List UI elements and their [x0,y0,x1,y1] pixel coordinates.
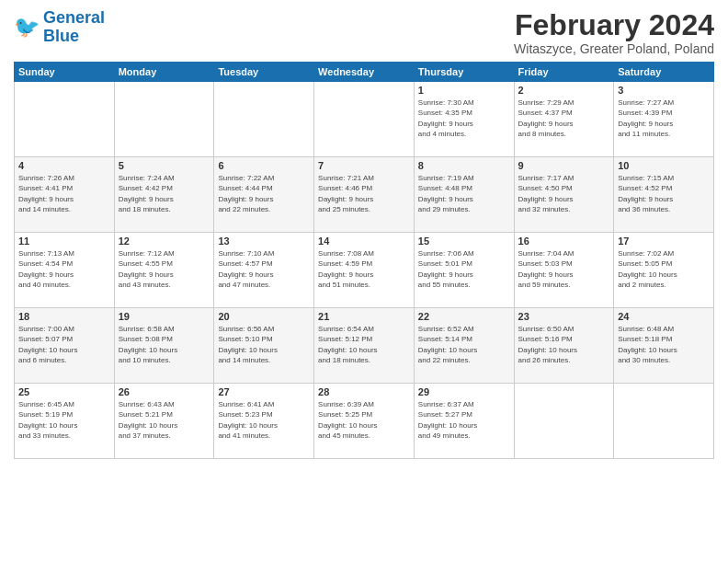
day-info: Sunrise: 7:15 AM Sunset: 4:52 PM Dayligh… [618,173,710,214]
table-cell: 6Sunrise: 7:22 AM Sunset: 4:44 PM Daylig… [214,157,314,233]
table-cell: 2Sunrise: 7:29 AM Sunset: 4:37 PM Daylig… [514,82,614,157]
table-cell: 16Sunrise: 7:04 AM Sunset: 5:03 PM Dayli… [514,233,614,308]
col-monday: Monday [114,63,214,82]
svg-text:🐦: 🐦 [14,15,40,40]
table-cell: 1Sunrise: 7:30 AM Sunset: 4:35 PM Daylig… [414,82,514,157]
day-info: Sunrise: 7:21 AM Sunset: 4:46 PM Dayligh… [318,173,410,214]
table-cell: 13Sunrise: 7:10 AM Sunset: 4:57 PM Dayli… [214,233,314,308]
day-number: 17 [618,236,710,247]
col-sunday: Sunday [15,63,115,82]
day-info: Sunrise: 6:43 AM Sunset: 5:21 PM Dayligh… [119,399,210,441]
day-info: Sunrise: 6:48 AM Sunset: 5:18 PM Dayligh… [618,324,710,365]
day-info: Sunrise: 7:04 AM Sunset: 5:03 PM Dayligh… [518,248,610,290]
day-number: 29 [418,386,510,397]
day-info: Sunrise: 7:02 AM Sunset: 5:05 PM Dayligh… [618,248,710,290]
day-info: Sunrise: 7:29 AM Sunset: 4:37 PM Dayligh… [518,98,610,139]
main-title: February 2024 [514,9,714,41]
day-info: Sunrise: 6:50 AM Sunset: 5:16 PM Dayligh… [518,324,610,365]
col-tuesday: Tuesday [214,63,314,82]
table-cell: 26Sunrise: 6:43 AM Sunset: 5:21 PM Dayli… [114,384,214,459]
day-number: 5 [119,160,210,171]
col-thursday: Thursday [414,63,514,82]
col-wednesday: Wednesday [314,63,415,82]
col-friday: Friday [514,63,614,82]
day-info: Sunrise: 6:58 AM Sunset: 5:08 PM Dayligh… [119,324,210,365]
col-saturday: Saturday [614,63,714,82]
table-cell [314,82,415,157]
day-info: Sunrise: 6:54 AM Sunset: 5:12 PM Dayligh… [318,324,410,365]
logo-icon: 🐦 [14,15,40,40]
week-row-2: 4Sunrise: 7:26 AM Sunset: 4:41 PM Daylig… [15,157,714,233]
table-cell: 4Sunrise: 7:26 AM Sunset: 4:41 PM Daylig… [15,157,115,233]
day-number: 3 [618,85,710,96]
logo-text: General Blue [43,9,105,46]
day-number: 22 [418,311,510,322]
day-number: 9 [518,160,610,171]
calendar-header-row: Sunday Monday Tuesday Wednesday Thursday… [15,63,714,82]
week-row-1: 1Sunrise: 7:30 AM Sunset: 4:35 PM Daylig… [15,82,714,157]
table-cell: 23Sunrise: 6:50 AM Sunset: 5:16 PM Dayli… [514,308,614,384]
day-number: 13 [218,236,310,247]
day-info: Sunrise: 7:24 AM Sunset: 4:42 PM Dayligh… [119,173,210,214]
table-cell [214,82,314,157]
table-cell [614,384,714,459]
day-number: 8 [418,160,510,171]
day-info: Sunrise: 7:19 AM Sunset: 4:48 PM Dayligh… [418,173,510,214]
day-number: 18 [18,311,110,322]
table-cell [514,384,614,459]
day-info: Sunrise: 7:13 AM Sunset: 4:54 PM Dayligh… [18,248,110,290]
day-info: Sunrise: 7:27 AM Sunset: 4:39 PM Dayligh… [618,98,710,139]
week-row-3: 11Sunrise: 7:13 AM Sunset: 4:54 PM Dayli… [15,233,714,308]
day-number: 10 [618,160,710,171]
day-number: 14 [318,236,410,247]
day-info: Sunrise: 7:10 AM Sunset: 4:57 PM Dayligh… [218,248,310,290]
day-info: Sunrise: 7:12 AM Sunset: 4:55 PM Dayligh… [119,248,210,290]
day-number: 7 [318,160,410,171]
logo: 🐦 General Blue [14,9,105,46]
table-cell: 8Sunrise: 7:19 AM Sunset: 4:48 PM Daylig… [414,157,514,233]
table-cell: 11Sunrise: 7:13 AM Sunset: 4:54 PM Dayli… [15,233,115,308]
table-cell: 14Sunrise: 7:08 AM Sunset: 4:59 PM Dayli… [314,233,415,308]
table-cell: 19Sunrise: 6:58 AM Sunset: 5:08 PM Dayli… [114,308,214,384]
table-cell: 20Sunrise: 6:56 AM Sunset: 5:10 PM Dayli… [214,308,314,384]
day-info: Sunrise: 6:45 AM Sunset: 5:19 PM Dayligh… [18,399,110,441]
day-number: 23 [518,311,610,322]
day-number: 24 [618,311,710,322]
table-cell [15,82,115,157]
day-info: Sunrise: 7:26 AM Sunset: 4:41 PM Dayligh… [18,173,110,214]
day-number: 12 [119,236,210,247]
day-number: 19 [119,311,210,322]
day-info: Sunrise: 7:22 AM Sunset: 4:44 PM Dayligh… [218,173,310,214]
header: 🐦 General Blue February 2024 Witaszyce, … [14,9,714,56]
day-info: Sunrise: 6:37 AM Sunset: 5:27 PM Dayligh… [418,399,510,441]
table-cell: 18Sunrise: 7:00 AM Sunset: 5:07 PM Dayli… [15,308,115,384]
table-cell: 22Sunrise: 6:52 AM Sunset: 5:14 PM Dayli… [414,308,514,384]
table-cell: 29Sunrise: 6:37 AM Sunset: 5:27 PM Dayli… [414,384,514,459]
table-cell: 21Sunrise: 6:54 AM Sunset: 5:12 PM Dayli… [314,308,415,384]
day-number: 4 [18,160,110,171]
table-cell: 7Sunrise: 7:21 AM Sunset: 4:46 PM Daylig… [314,157,415,233]
title-block: February 2024 Witaszyce, Greater Poland,… [514,9,714,56]
day-number: 2 [518,85,610,96]
table-cell: 25Sunrise: 6:45 AM Sunset: 5:19 PM Dayli… [15,384,115,459]
day-number: 16 [518,236,610,247]
table-cell [114,82,214,157]
day-info: Sunrise: 6:41 AM Sunset: 5:23 PM Dayligh… [218,399,310,441]
table-cell: 24Sunrise: 6:48 AM Sunset: 5:18 PM Dayli… [614,308,714,384]
day-number: 28 [318,386,410,397]
table-cell: 9Sunrise: 7:17 AM Sunset: 4:50 PM Daylig… [514,157,614,233]
table-cell: 12Sunrise: 7:12 AM Sunset: 4:55 PM Dayli… [114,233,214,308]
day-number: 26 [119,386,210,397]
table-cell: 5Sunrise: 7:24 AM Sunset: 4:42 PM Daylig… [114,157,214,233]
day-number: 25 [18,386,110,397]
day-number: 20 [218,311,310,322]
table-cell: 27Sunrise: 6:41 AM Sunset: 5:23 PM Dayli… [214,384,314,459]
table-cell: 10Sunrise: 7:15 AM Sunset: 4:52 PM Dayli… [614,157,714,233]
day-number: 1 [418,85,510,96]
day-info: Sunrise: 6:56 AM Sunset: 5:10 PM Dayligh… [218,324,310,365]
table-cell: 28Sunrise: 6:39 AM Sunset: 5:25 PM Dayli… [314,384,415,459]
day-info: Sunrise: 7:08 AM Sunset: 4:59 PM Dayligh… [318,248,410,290]
day-number: 15 [418,236,510,247]
table-cell: 17Sunrise: 7:02 AM Sunset: 5:05 PM Dayli… [614,233,714,308]
week-row-4: 18Sunrise: 7:00 AM Sunset: 5:07 PM Dayli… [15,308,714,384]
